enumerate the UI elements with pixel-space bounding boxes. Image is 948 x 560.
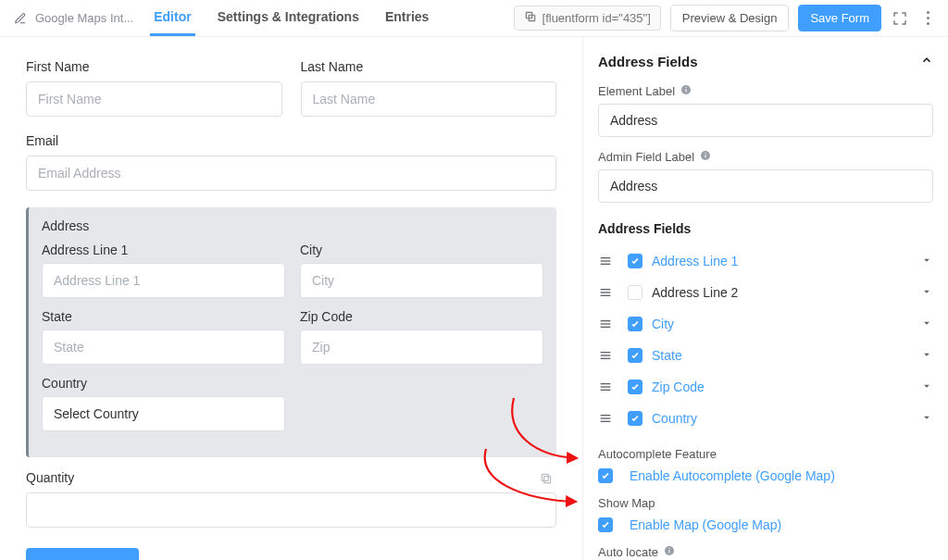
copy-icon: [524, 10, 537, 26]
zip-input[interactable]: [300, 330, 543, 365]
field-checkbox[interactable]: [628, 380, 642, 394]
top-right: [fluentform id="435"] Preview & Design S…: [514, 5, 937, 31]
breadcrumb: Google Maps Int...: [11, 9, 133, 28]
field-checkbox[interactable]: [628, 348, 642, 363]
address-block-title: Address: [42, 218, 543, 233]
shortcode-text: [fluentform id="435"]: [543, 11, 651, 25]
save-button[interactable]: Save Form: [798, 5, 881, 31]
element-label-input[interactable]: [598, 104, 933, 137]
submit-button[interactable]: Submit Form: [26, 548, 139, 560]
field-row[interactable]: Address Line 1: [598, 245, 933, 277]
element-label-label: Element Label: [598, 84, 933, 98]
drag-handle-icon[interactable]: [598, 254, 615, 268]
autolocate-title: Auto locate: [598, 545, 933, 559]
state-input[interactable]: [42, 330, 285, 365]
field-label: State: [652, 348, 682, 363]
last-name-input[interactable]: [301, 81, 557, 117]
drag-handle-icon[interactable]: [598, 317, 615, 331]
caret-down-icon[interactable]: [920, 348, 933, 364]
show-map-title: Show Map: [598, 496, 933, 510]
svg-rect-29: [669, 550, 670, 554]
first-name-label: First Name: [26, 59, 282, 74]
field-checkbox[interactable]: [628, 285, 642, 300]
form-canvas: First Name Last Name Email Address Addre…: [0, 37, 582, 560]
preview-button[interactable]: Preview & Design: [670, 5, 790, 31]
field-row[interactable]: State: [598, 340, 933, 371]
drag-handle-icon[interactable]: [598, 285, 615, 300]
top-bar: Google Maps Int... Editor Settings & Int…: [0, 0, 948, 37]
edit-icon: [11, 9, 30, 28]
field-label: Address Line 1: [652, 254, 738, 268]
show-map-checkbox[interactable]: [598, 517, 613, 532]
caret-down-icon[interactable]: [920, 317, 933, 332]
svg-rect-2: [544, 477, 551, 483]
country-select[interactable]: Select Country: [42, 396, 285, 431]
address-line1-label: Address Line 1: [42, 243, 285, 257]
settings-sidebar: Address Fields Element Label Admin Field…: [582, 37, 948, 560]
info-icon[interactable]: [700, 150, 711, 164]
duplicate-icon[interactable]: [540, 472, 553, 488]
field-checkbox[interactable]: [628, 411, 642, 426]
breadcrumb-text: Google Maps Int...: [35, 11, 133, 25]
admin-label-label: Admin Field Label: [598, 150, 933, 164]
field-checkbox[interactable]: [628, 317, 642, 331]
address-fields-title: Address Fields: [598, 221, 933, 236]
field-checkbox[interactable]: [628, 254, 642, 268]
address-block[interactable]: Address Address Line 1 City State Zip Co…: [26, 207, 556, 457]
field-row[interactable]: Address Line 2: [598, 277, 933, 308]
sidebar-section-header[interactable]: Address Fields: [598, 54, 933, 69]
email-input[interactable]: [26, 156, 556, 191]
field-label: Zip Code: [652, 380, 705, 394]
drag-handle-icon[interactable]: [598, 411, 615, 426]
svg-rect-6: [686, 87, 687, 88]
tab-entries[interactable]: Entries: [381, 0, 432, 36]
quantity-label: Quantity: [26, 470, 556, 485]
city-label: City: [300, 243, 543, 257]
field-label: Country: [652, 411, 697, 426]
caret-down-icon[interactable]: [920, 411, 933, 427]
last-name-label: Last Name: [301, 59, 557, 74]
quantity-input[interactable]: [26, 492, 556, 528]
tab-settings[interactable]: Settings & Integrations: [214, 0, 363, 36]
caret-down-icon[interactable]: [920, 285, 933, 301]
country-label: Country: [42, 376, 285, 391]
field-row[interactable]: Country: [598, 403, 933, 434]
svg-rect-3: [542, 474, 548, 480]
chevron-up-icon: [920, 54, 933, 69]
svg-rect-5: [686, 89, 687, 93]
admin-label-input[interactable]: [598, 169, 933, 203]
shortcode-box[interactable]: [fluentform id="435"]: [514, 6, 661, 31]
caret-down-icon[interactable]: [920, 380, 933, 395]
autocomplete-label: Enable Autocomplete (Google Map): [630, 468, 835, 483]
caret-down-icon[interactable]: [920, 254, 933, 269]
field-row[interactable]: Zip Code: [598, 371, 933, 403]
field-row[interactable]: City: [598, 308, 933, 340]
svg-rect-8: [705, 155, 706, 158]
more-icon[interactable]: [918, 9, 937, 28]
zip-label: Zip Code: [300, 309, 543, 324]
autocomplete-title: Autocomplete Feature: [598, 447, 933, 461]
address-line1-input[interactable]: [42, 263, 285, 298]
first-name-input[interactable]: [26, 81, 282, 117]
top-tabs: Editor Settings & Integrations Entries: [150, 0, 432, 36]
info-icon[interactable]: [680, 84, 692, 98]
fullscreen-icon[interactable]: [891, 9, 909, 28]
drag-handle-icon[interactable]: [598, 380, 615, 394]
svg-rect-9: [705, 153, 706, 154]
field-label: Address Line 2: [652, 285, 738, 300]
city-input[interactable]: [300, 263, 543, 298]
info-icon[interactable]: [664, 545, 675, 559]
tab-editor[interactable]: Editor: [150, 0, 194, 36]
field-label: City: [652, 317, 674, 331]
email-label: Email: [26, 133, 556, 148]
svg-rect-30: [669, 548, 670, 549]
state-label: State: [42, 309, 285, 324]
autocomplete-checkbox[interactable]: [598, 468, 613, 483]
show-map-label: Enable Map (Google Map): [630, 517, 781, 532]
drag-handle-icon[interactable]: [598, 348, 615, 363]
